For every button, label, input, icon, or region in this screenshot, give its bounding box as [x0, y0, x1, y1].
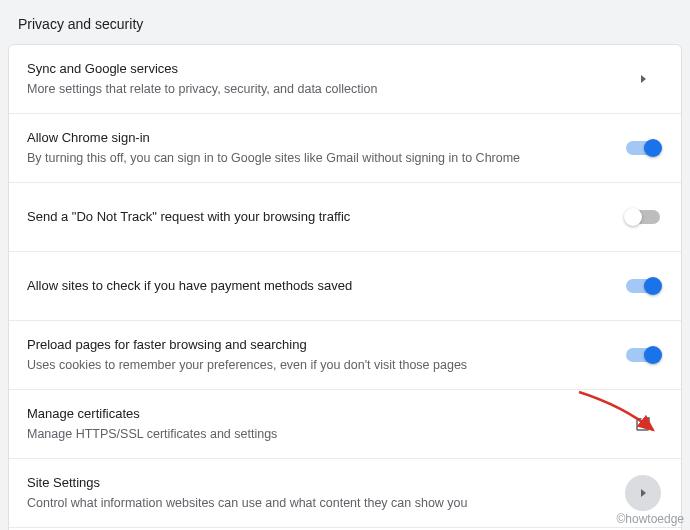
row-text: Preload pages for faster browsing and se…	[27, 336, 623, 375]
row-manage-certificates[interactable]: Manage certificates Manage HTTPS/SSL cer…	[9, 390, 681, 459]
toggle-payment-methods[interactable]	[623, 266, 663, 306]
row-subtitle: Manage HTTPS/SSL certificates and settin…	[27, 426, 607, 444]
section-title: Privacy and security	[18, 16, 143, 32]
row-text: Send a "Do Not Track" request with your …	[27, 208, 623, 226]
row-title: Manage certificates	[27, 405, 607, 423]
row-text: Allow sites to check if you have payment…	[27, 277, 623, 295]
row-text: Site Settings Control what information w…	[27, 474, 623, 513]
row-subtitle: Uses cookies to remember your preference…	[27, 357, 607, 375]
row-title: Allow Chrome sign-in	[27, 129, 607, 147]
toggle-allow-signin[interactable]	[623, 128, 663, 168]
row-title: Allow sites to check if you have payment…	[27, 277, 607, 295]
toggle-preload-pages[interactable]	[623, 335, 663, 375]
row-text: Sync and Google services More settings t…	[27, 60, 623, 99]
row-do-not-track: Send a "Do Not Track" request with your …	[9, 183, 681, 252]
row-subtitle: Control what information websites can us…	[27, 495, 607, 513]
chevron-right-icon	[623, 59, 663, 99]
row-title: Site Settings	[27, 474, 607, 492]
row-sync-services[interactable]: Sync and Google services More settings t…	[9, 45, 681, 114]
row-preload-pages: Preload pages for faster browsing and se…	[9, 321, 681, 390]
settings-card: Sync and Google services More settings t…	[8, 44, 682, 530]
row-text: Allow Chrome sign-in By turning this off…	[27, 129, 623, 168]
row-allow-signin: Allow Chrome sign-in By turning this off…	[9, 114, 681, 183]
row-title: Preload pages for faster browsing and se…	[27, 336, 607, 354]
row-text: Manage certificates Manage HTTPS/SSL cer…	[27, 405, 623, 444]
toggle-do-not-track[interactable]	[623, 197, 663, 237]
chevron-right-icon	[623, 473, 663, 513]
row-payment-methods: Allow sites to check if you have payment…	[9, 252, 681, 321]
row-site-settings[interactable]: Site Settings Control what information w…	[9, 459, 681, 528]
row-title: Sync and Google services	[27, 60, 607, 78]
watermark: ©howtoedge	[616, 512, 684, 526]
row-subtitle: More settings that relate to privacy, se…	[27, 81, 607, 99]
row-subtitle: By turning this off, you can sign in to …	[27, 150, 607, 168]
section-header: Privacy and security	[0, 0, 690, 44]
row-title: Send a "Do Not Track" request with your …	[27, 208, 607, 226]
external-link-icon	[623, 404, 663, 444]
